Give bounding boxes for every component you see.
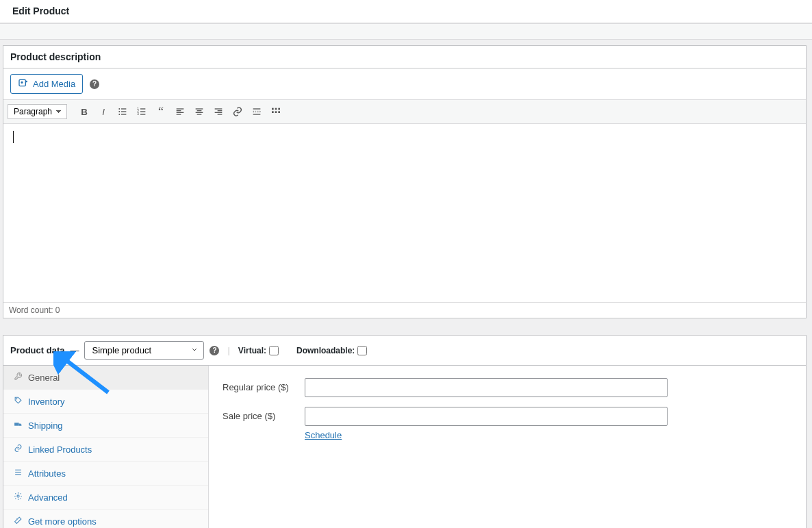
align-left-button[interactable] [171, 103, 189, 121]
regular-price-input[interactable] [305, 378, 668, 397]
product-data-body: General Inventory Shipping Linked Produc… [3, 366, 806, 528]
virtual-label: Virtual: [238, 346, 266, 355]
help-icon[interactable]: ? [210, 346, 219, 355]
numbered-list-button[interactable]: 123 [133, 103, 151, 121]
tab-label: Attributes [28, 468, 66, 479]
schedule-link[interactable]: Schedule [305, 430, 342, 440]
product-data-header: Product data — Simple product ? | Virtua… [3, 336, 806, 366]
italic-button[interactable]: I [94, 103, 112, 121]
svg-point-4 [118, 111, 120, 112]
svg-rect-31 [278, 108, 280, 110]
toolbar-toggle-button[interactable] [267, 103, 285, 121]
svg-point-40 [16, 495, 18, 497]
description-panel-header: Product description [3, 46, 806, 68]
tab-label: Inventory [28, 397, 64, 407]
svg-rect-9 [140, 108, 145, 109]
tag-icon [13, 396, 23, 407]
product-data-title: Product data [10, 345, 64, 355]
svg-rect-38 [15, 472, 21, 473]
downloadable-label-wrap[interactable]: Downloadable: [296, 346, 367, 355]
svg-rect-25 [218, 114, 223, 114]
svg-point-6 [118, 114, 120, 115]
help-icon[interactable]: ? [90, 79, 99, 89]
svg-rect-34 [278, 111, 280, 113]
product-data-panel: Product data — Simple product ? | Virtua… [3, 335, 807, 528]
link-icon [13, 444, 23, 455]
media-row: Add Media ? [3, 68, 806, 99]
description-title: Product description [10, 51, 799, 62]
tab-advanced[interactable]: Advanced [3, 486, 208, 510]
svg-rect-29 [272, 108, 274, 110]
blockquote-button[interactable]: “ [152, 103, 170, 121]
tab-get-more-options[interactable]: Get more options [3, 510, 208, 528]
text-cursor [13, 131, 14, 143]
tab-inventory[interactable]: Inventory [3, 390, 208, 414]
add-media-label: Add Media [33, 79, 75, 89]
svg-rect-32 [272, 111, 274, 113]
page-title: Edit Product [12, 5, 800, 16]
bullet-list-button[interactable] [114, 103, 131, 121]
svg-rect-30 [275, 108, 277, 110]
svg-rect-20 [196, 112, 203, 113]
tab-attributes[interactable]: Attributes [3, 462, 208, 486]
svg-rect-7 [121, 114, 126, 114]
sale-price-input[interactable] [305, 407, 668, 426]
divider-strip [0, 23, 812, 40]
sale-price-label: Sale price ($) [223, 407, 305, 421]
wand-icon [13, 516, 23, 527]
svg-rect-24 [215, 112, 223, 113]
description-panel: Product description Add Media ? Paragrap… [3, 45, 807, 318]
svg-rect-27 [253, 111, 261, 112]
bold-button[interactable]: B [75, 103, 93, 121]
regular-price-row: Regular price ($) [223, 378, 792, 397]
link-button[interactable] [229, 103, 246, 121]
separator: | [227, 345, 229, 355]
virtual-label-wrap[interactable]: Virtual: [238, 346, 279, 355]
title-separator: — [70, 345, 79, 355]
svg-rect-33 [275, 111, 277, 113]
tab-label: Shipping [28, 420, 63, 431]
svg-rect-13 [140, 114, 145, 114]
tab-shipping[interactable]: Shipping [3, 414, 208, 438]
svg-rect-21 [197, 114, 202, 114]
align-right-button[interactable] [210, 103, 227, 121]
svg-rect-22 [215, 108, 223, 109]
svg-rect-28 [253, 114, 261, 114]
editor-toolbar: Paragraph B I 123 “ [3, 99, 806, 124]
page-header: Edit Product [0, 0, 812, 23]
svg-rect-37 [15, 470, 21, 470]
format-select[interactable]: Paragraph [8, 104, 67, 119]
tab-general[interactable]: General [3, 366, 208, 390]
svg-rect-19 [197, 110, 202, 111]
svg-rect-26 [253, 108, 261, 109]
align-center-button[interactable] [190, 103, 208, 121]
product-data-content: Regular price ($) Sale price ($) Schedul… [209, 366, 806, 528]
add-media-button[interactable]: Add Media [10, 74, 83, 94]
editor-footer: Word count: 0 [3, 302, 806, 318]
svg-rect-3 [121, 108, 126, 109]
read-more-button[interactable] [248, 103, 266, 121]
svg-point-35 [16, 399, 16, 399]
tab-label: Linked Products [28, 444, 92, 455]
downloadable-label: Downloadable: [296, 346, 355, 355]
svg-rect-17 [177, 114, 181, 114]
svg-rect-16 [177, 112, 184, 113]
editor-area[interactable] [3, 124, 806, 302]
svg-point-1 [21, 81, 23, 83]
tab-linked-products[interactable]: Linked Products [3, 438, 208, 462]
product-type-select[interactable]: Simple product [84, 341, 204, 360]
tab-label: General [28, 373, 60, 383]
svg-rect-15 [177, 110, 181, 111]
svg-rect-36 [14, 423, 19, 425]
regular-price-label: Regular price ($) [223, 378, 305, 392]
svg-rect-39 [15, 474, 21, 475]
svg-rect-11 [140, 111, 145, 112]
downloadable-checkbox[interactable] [357, 346, 367, 355]
virtual-checkbox[interactable] [269, 346, 279, 355]
panel-spacer [0, 318, 812, 335]
list-icon [13, 468, 23, 479]
media-icon [18, 77, 29, 90]
svg-point-2 [118, 108, 120, 110]
tab-label: Get more options [28, 516, 97, 527]
wrench-icon [13, 372, 23, 383]
